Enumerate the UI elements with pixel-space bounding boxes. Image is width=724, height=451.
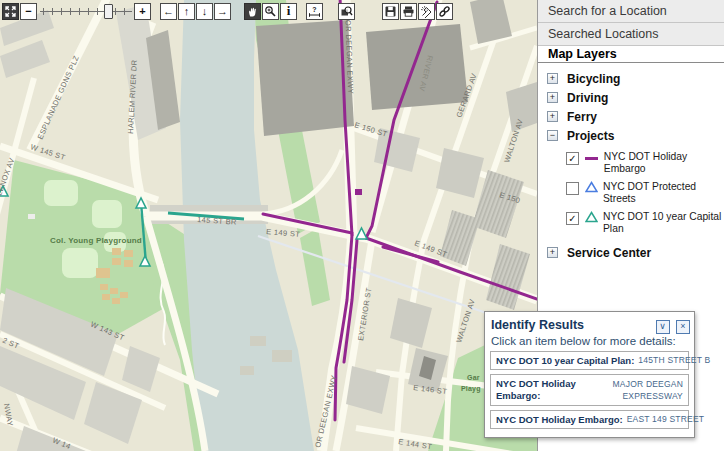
measure-icon: ?: [308, 5, 321, 18]
green-triangle-swatch: [585, 211, 598, 223]
identify-results-panel: Identify Results ∨ × Click an item below…: [484, 311, 695, 438]
close-icon: ×: [680, 321, 685, 331]
zoom-tool-button[interactable]: [262, 3, 279, 20]
link-chain-icon: [438, 5, 451, 18]
hand-icon: [246, 5, 259, 18]
label-garrison-park-line1: Gar: [467, 374, 480, 381]
accordion-search-for-a-location[interactable]: Search for a Location: [538, 0, 724, 23]
info-icon: i: [287, 3, 291, 19]
layer-label: NYC DOT Holiday Embargo: [604, 151, 724, 175]
map-canvas[interactable]: ESPLANADE GDNS PLZ HARLEM RIVER DR W 145…: [0, 0, 537, 451]
checkbox-checked[interactable]: ✓: [566, 212, 579, 225]
map-toolbar: − + ← ↑ ↓ → i ?: [2, 2, 454, 20]
accordion-searched-locations[interactable]: Searched Locations: [538, 23, 724, 46]
slider-ticks: [43, 8, 129, 15]
layer-item-protected-streets[interactable]: NYC DOT Protected Streets: [566, 181, 724, 205]
result-layer-name: NYC DOT Holiday Embargo:: [496, 414, 623, 425]
expand-icon[interactable]: +: [547, 247, 558, 258]
identify-result-row[interactable]: NYC DOT 10 year Capital Plan: 145TH STRE…: [490, 351, 689, 370]
pan-tool-button[interactable]: [244, 3, 261, 20]
svg-text:?: ?: [312, 5, 316, 12]
minus-icon: −: [25, 5, 31, 17]
identify-result-row[interactable]: NYC DOT Holiday Embargo: MAJOR DEEGAN EX…: [490, 374, 689, 406]
identify-title: Identify Results: [491, 318, 584, 332]
tree-item-service-center[interactable]: + Service Center: [538, 243, 724, 262]
result-feature-name: MAJOR DEEGAN EXPRESSWAY: [595, 378, 683, 402]
identify-header: Identify Results ∨ ×: [485, 312, 694, 335]
tree-item-bicycling[interactable]: + Bicycling: [538, 69, 724, 88]
plus-icon: +: [139, 5, 145, 17]
result-layer-name: NYC DOT 10 year Capital Plan:: [496, 355, 634, 366]
clear-graphics-button[interactable]: [418, 3, 435, 20]
slider-handle[interactable]: [104, 4, 113, 19]
measure-tool-button[interactable]: ?: [306, 3, 323, 20]
zoom-in-button[interactable]: +: [134, 3, 151, 20]
zoom-out-button[interactable]: −: [20, 3, 37, 20]
map-layers-tree: + Bicycling + Driving + Ferry − Projects…: [538, 63, 724, 262]
layer-item-holiday-embargo[interactable]: ✓ NYC DOT Holiday Embargo: [566, 151, 724, 175]
print-button[interactable]: [400, 3, 417, 20]
expand-icon[interactable]: +: [547, 92, 558, 103]
eraser-icon: [420, 5, 433, 18]
layer-label: NYC DOT 10 year Capital Plan: [603, 211, 724, 235]
arrow-down-icon: ↓: [202, 5, 208, 17]
close-button[interactable]: ×: [676, 320, 690, 334]
identify-instructions: Click an item below for more details:: [485, 335, 694, 351]
collapse-icon[interactable]: −: [547, 130, 558, 141]
identify-header-buttons: ∨ ×: [654, 315, 690, 334]
identify-tool-button[interactable]: i: [280, 3, 297, 20]
printer-icon: [402, 5, 415, 18]
blue-triangle-swatch: [585, 181, 598, 193]
map-application-window: ESPLANADE GDNS PLZ HARLEM RIVER DR W 145…: [0, 0, 724, 451]
projects-layer-list: ✓ NYC DOT Holiday Embargo NYC DOT Protec…: [538, 145, 724, 243]
map-viewport[interactable]: ESPLANADE GDNS PLZ HARLEM RIVER DR W 145…: [0, 0, 537, 451]
arrow-left-icon: ←: [163, 5, 174, 17]
purple-line-swatch: [585, 157, 598, 160]
save-floppy-icon: [384, 5, 397, 18]
tree-item-label: Service Center: [567, 246, 651, 260]
expand-icon[interactable]: +: [547, 111, 558, 122]
save-button[interactable]: [382, 3, 399, 20]
tree-item-label: Projects: [567, 129, 614, 143]
share-link-button[interactable]: [436, 3, 453, 20]
pan-right-button[interactable]: →: [214, 3, 231, 20]
zoom-full-extent-button[interactable]: [2, 3, 19, 20]
pan-left-button[interactable]: ←: [160, 3, 177, 20]
overview-map-button[interactable]: [338, 3, 355, 20]
pan-up-button[interactable]: ↑: [178, 3, 195, 20]
checkbox-unchecked[interactable]: [566, 182, 579, 195]
tree-item-driving[interactable]: + Driving: [538, 88, 724, 107]
zoom-slider[interactable]: [40, 3, 132, 20]
magnifier-plus-icon: [264, 5, 277, 18]
pan-down-button[interactable]: ↓: [196, 3, 213, 20]
tree-item-label: Ferry: [567, 110, 597, 124]
tree-item-label: Driving: [567, 91, 608, 105]
layer-item-capital-plan[interactable]: ✓ NYC DOT 10 year Capital Plan: [566, 211, 724, 235]
identify-result-row[interactable]: NYC DOT Holiday Embargo: EAST 149 STREET: [490, 410, 689, 429]
result-layer-name: NYC DOT Holiday Embargo:: [496, 378, 591, 402]
overview-map-icon: [340, 5, 353, 18]
label-garrison-park-line2: Playg: [461, 385, 481, 393]
layer-label: NYC DOT Protected Streets: [603, 181, 724, 205]
checkbox-checked[interactable]: ✓: [566, 152, 579, 165]
full-extent-icon: [4, 5, 17, 18]
embargo-point-marker[interactable]: [355, 189, 362, 195]
result-feature-name: EAST 149 STREET: [627, 414, 704, 425]
minimize-button[interactable]: ∨: [656, 320, 670, 334]
tree-item-projects[interactable]: − Projects: [538, 126, 724, 145]
arrow-right-icon: →: [217, 5, 228, 17]
label-col-young-playground: Col. Young Playground: [50, 236, 142, 245]
accordion-map-layers[interactable]: Map Layers: [538, 46, 724, 63]
tree-item-ferry[interactable]: + Ferry: [538, 107, 724, 126]
tree-item-label: Bicycling: [567, 72, 620, 86]
arrow-up-icon: ↑: [184, 5, 190, 17]
chevron-down-icon: ∨: [659, 321, 666, 331]
expand-icon[interactable]: +: [547, 73, 558, 84]
result-feature-name: 145TH STREET B: [638, 355, 710, 366]
